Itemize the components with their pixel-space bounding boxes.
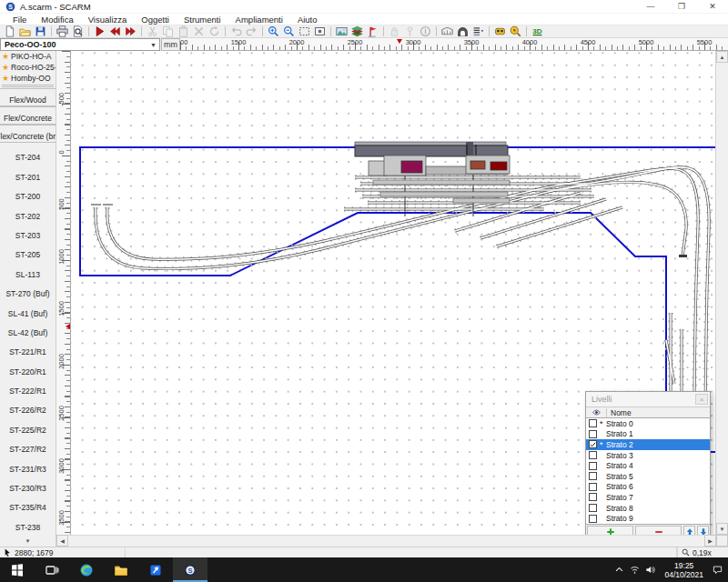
profiles-icon[interactable] — [470, 25, 486, 37]
taskbar-edge-icon[interactable] — [69, 557, 104, 582]
zoom-in-icon[interactable] — [266, 25, 281, 37]
library-item-sl-42-buf-[interactable]: SL-42 (Buf) — [0, 318, 56, 337]
taskbar-clock[interactable]: 19:25 04/10/2021 — [661, 561, 707, 579]
layer-visibility-checkbox[interactable] — [589, 493, 597, 501]
layout-canvas[interactable]: Livelli × Nome *Strato 0Strato 1*Strato … — [71, 51, 715, 535]
layer-visibility-checkbox[interactable] — [589, 515, 597, 523]
print-icon[interactable] — [55, 25, 70, 37]
layers-panel-titlebar[interactable]: Livelli × — [586, 392, 710, 406]
new-icon[interactable] — [2, 25, 17, 37]
layer-visibility-checkbox[interactable] — [589, 419, 597, 427]
library-item-st-200[interactable]: ST-200 — [0, 182, 56, 201]
menu-item-visualizza[interactable]: Visualizza — [81, 14, 135, 25]
library-item-st-205[interactable]: ST-205 — [0, 240, 56, 259]
scroll-down-icon[interactable]: ▼ — [716, 523, 728, 535]
layer-row-strato-9[interactable]: Strato 9 — [586, 513, 710, 524]
vertical-scrollbar[interactable]: ▲ ▼ — [715, 51, 728, 535]
library-item-flex-concrete[interactable]: Flex/Concrete — [0, 106, 56, 125]
scroll-left-icon[interactable]: ◀ — [56, 535, 68, 547]
move-layer-up-button[interactable] — [683, 526, 695, 535]
menu-item-ampliamenti[interactable]: Ampliamenti — [228, 14, 290, 25]
layer-row-strato-1[interactable]: Strato 1 — [586, 429, 710, 440]
select-area-icon[interactable] — [297, 25, 312, 37]
layer-row-strato-0[interactable]: *Strato 0 — [586, 418, 710, 429]
close-button[interactable]: ✕ — [697, 0, 728, 14]
print-preview-icon[interactable] — [70, 25, 86, 37]
layer-row-strato-7[interactable]: Strato 7 — [586, 492, 710, 503]
minimize-button[interactable]: — — [635, 0, 666, 14]
favorite-item-hornby-oo[interactable]: ★Hornby-OO — [0, 73, 56, 84]
layer-row-strato-4[interactable]: Strato 4 — [586, 460, 710, 471]
rewind-icon[interactable] — [107, 25, 123, 37]
tray-expand-icon[interactable] — [614, 565, 624, 575]
menu-item-aiuto[interactable]: Aiuto — [290, 14, 325, 25]
add-layer-button[interactable] — [587, 526, 633, 535]
run-icon[interactable] — [92, 25, 107, 37]
background-icon[interactable] — [334, 25, 349, 37]
layer-visibility-checkbox[interactable] — [589, 462, 597, 470]
library-item-st-220-r1[interactable]: ST-220/R1 — [0, 356, 56, 376]
menu-item-modifica[interactable]: Modifica — [34, 14, 80, 25]
taskbar-scarm-icon[interactable]: S — [173, 557, 207, 582]
actual-size-icon[interactable] — [312, 25, 328, 37]
layers-close-button[interactable]: × — [695, 394, 708, 405]
library-item-st-204[interactable]: ST-204 — [0, 143, 56, 162]
layer-visibility-checkbox[interactable] — [589, 430, 597, 438]
tunnel-icon[interactable] — [455, 25, 470, 37]
layer-row-strato-6[interactable]: Strato 6 — [586, 482, 710, 493]
favorite-item-piko-ho-a[interactable]: ★PIKO-HO-A — [0, 51, 56, 62]
menu-item-file[interactable]: File — [5, 14, 34, 25]
layers-icon[interactable] — [349, 25, 365, 37]
scroll-right-icon[interactable]: ▶ — [704, 535, 716, 547]
library-item-st-225-r2[interactable]: ST-225/R2 — [0, 415, 56, 434]
layer-row-strato-8[interactable]: Strato 8 — [586, 503, 710, 514]
taskbar-task-view-icon[interactable] — [35, 557, 69, 582]
layer-visibility-checkbox[interactable] — [589, 451, 597, 459]
open-icon[interactable] — [17, 25, 33, 37]
library-item-st-201[interactable]: ST-201 — [0, 162, 56, 181]
layer-row-strato-3[interactable]: Strato 3 — [586, 450, 710, 461]
menu-item-oggetti[interactable]: Oggetti — [134, 14, 177, 25]
library-item-st-230-r3[interactable]: ST-230/R3 — [0, 474, 56, 493]
taskbar-start-icon[interactable] — [0, 557, 35, 582]
maximize-button[interactable]: ❐ — [666, 0, 697, 14]
scroll-up-icon[interactable]: ▲ — [716, 51, 728, 63]
zoom-out-icon[interactable] — [281, 25, 297, 37]
loco-icon[interactable] — [492, 25, 508, 37]
layer-visibility-checkbox[interactable] — [589, 483, 597, 491]
threed-icon[interactable]: 3D — [530, 25, 545, 37]
layer-row-strato-2[interactable]: *Strato 2 — [586, 439, 710, 450]
flag-icon[interactable] — [365, 25, 380, 37]
library-item-st-238[interactable]: ST-238 — [0, 512, 56, 531]
taskbar-file-explorer-icon[interactable] — [104, 557, 138, 582]
forward-icon[interactable] — [123, 25, 138, 37]
measure-icon[interactable] — [508, 25, 523, 37]
layer-visibility-checkbox[interactable] — [589, 504, 597, 512]
library-item-st-270-buf-[interactable]: ST-270 (Buf) — [0, 279, 56, 298]
layer-visibility-checkbox[interactable] — [589, 472, 597, 480]
library-item-st-222-r1[interactable]: ST-222/R1 — [0, 376, 56, 396]
bridge-icon[interactable] — [440, 25, 455, 37]
action-center-icon[interactable] — [713, 565, 723, 575]
library-item-st-231-r3[interactable]: ST-231/R3 — [0, 454, 56, 473]
save-icon[interactable] — [33, 25, 48, 37]
wifi-icon[interactable] — [630, 565, 640, 575]
layer-row-strato-5[interactable]: Strato 5 — [586, 471, 710, 482]
library-item-st-227-r2[interactable]: ST-227/R2 — [0, 435, 56, 454]
favorite-item-roco-ho-25-ns[interactable]: ★Roco-HO-25-NS — [0, 62, 56, 73]
library-scroll-down[interactable]: ▾ — [0, 535, 56, 547]
menu-item-strumenti[interactable]: Strumenti — [177, 14, 228, 25]
speaker-icon[interactable] — [645, 565, 655, 575]
move-layer-down-button[interactable] — [697, 526, 709, 535]
track-library-select[interactable]: Peco-OO-100 ▼ — [0, 38, 160, 51]
library-item-st-235-r4[interactable]: ST-235/R4 — [0, 493, 56, 512]
library-item-st-226-r2[interactable]: ST-226/R2 — [0, 396, 56, 415]
library-item-st-202[interactable]: ST-202 — [0, 201, 56, 220]
library-item-st-203[interactable]: ST-203 — [0, 221, 56, 240]
library-item-st-221-r1[interactable]: ST-221/R1 — [0, 337, 56, 356]
library-item-flex-concrete-bra[interactable]: Flex/Concrete (bra — [0, 125, 56, 143]
library-item-sl-113[interactable]: SL-113 — [0, 259, 56, 278]
layer-visibility-checkbox[interactable] — [589, 440, 597, 448]
remove-layer-button[interactable] — [635, 526, 682, 535]
library-item-flex-wood[interactable]: Flex/Wood — [0, 88, 56, 106]
